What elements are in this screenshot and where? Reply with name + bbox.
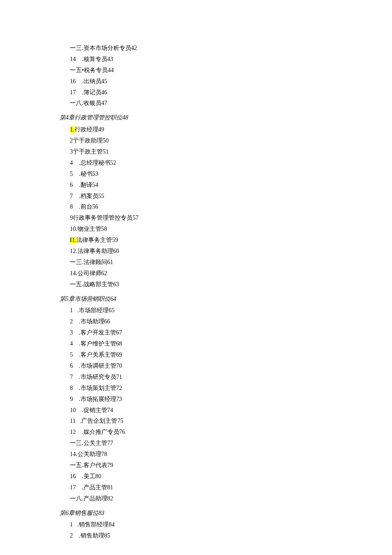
toc-item: 8 .市场策划主管72 xyxy=(70,383,392,394)
toc-item: 14.公关助理78 xyxy=(70,449,392,460)
toc-item: 7 .市场研究专员71 xyxy=(70,372,392,383)
toc-item: 16 .出纳员45 xyxy=(70,76,392,87)
toc-item: 14.公司律师62 xyxy=(70,268,392,279)
toc-item: 11 .广告企划主管75 xyxy=(70,416,392,427)
toc-item: 16 .美工80 xyxy=(70,471,392,482)
toc-item: 12 .媒介推广专员76 xyxy=(70,427,392,438)
toc-item: 12.法律事务助理60 xyxy=(70,246,392,257)
toc-item: 7 .档案员55 xyxy=(70,191,392,202)
chapter-heading: 第4章行政管理管控职位48 xyxy=(60,112,392,123)
chapter-heading: 第5章市场营销职位64 xyxy=(60,293,392,305)
toc-item: 4 .总经理秘书52 xyxy=(70,157,392,169)
toc-item: 1.行政经理49 xyxy=(70,124,392,135)
toc-item: 9行政事务管理管控专员57 xyxy=(70,212,392,224)
chapter-heading: 第6章销售服位83 xyxy=(60,508,392,519)
toc-item: 一八.产品助理82 xyxy=(70,493,392,504)
toc-item: 4 .客户维护主管68 xyxy=(70,338,392,349)
toc-item: 一五.战略部主管63 xyxy=(70,279,392,290)
toc-item: 5 .秘书53 xyxy=(70,169,392,180)
toc-item: 9 .市场拓展经理73 xyxy=(70,394,392,405)
toc-item: 6 .市场调研主管70 xyxy=(70,360,392,372)
toc-item: 10.物业主管58 xyxy=(70,224,392,235)
toc-item: 3 .客户开发主管67 xyxy=(70,327,392,338)
toc-item: I1.法律事务主管59 xyxy=(70,235,392,246)
toc-item: 3亍于政主管51 xyxy=(70,146,392,157)
toc-item: 2 .销售助理85 xyxy=(70,530,392,541)
toc-item: 17 .产品主管81 xyxy=(70,482,392,493)
highlight: 1. xyxy=(70,126,75,133)
toc-item: 14 .核算专员43 xyxy=(70,54,392,65)
toc-item: 6 .翻译54 xyxy=(70,180,392,191)
toc-item: 一三.资本市场分析专员42 xyxy=(70,43,392,54)
toc-item: 8 .前台56 xyxy=(70,201,392,212)
toc-item: 一三.法律顾问61 xyxy=(70,257,392,268)
toc-item: 1 .市场部经理65 xyxy=(70,305,392,316)
toc-item: 1 .销售部经理84 xyxy=(70,519,392,530)
toc-item: 10 .促销主管74 xyxy=(70,405,392,416)
toc-item: 一八.收银员47 xyxy=(70,98,392,109)
page-number: 73 xyxy=(116,396,122,402)
toc-item: 一五.客户代表79 xyxy=(70,460,392,471)
toc-item: 2 .市场助理66 xyxy=(70,316,392,327)
toc-item: 5 .客户关系主管69 xyxy=(70,349,392,360)
toc-item: 一三.公关主管77 xyxy=(70,438,392,449)
highlight: I1. xyxy=(70,237,76,243)
toc-item: 17 .簿记员46 xyxy=(70,87,392,98)
toc-item: 一五•税务专员44 xyxy=(70,65,392,76)
toc-item: 2亍于政助理50 xyxy=(70,135,392,146)
